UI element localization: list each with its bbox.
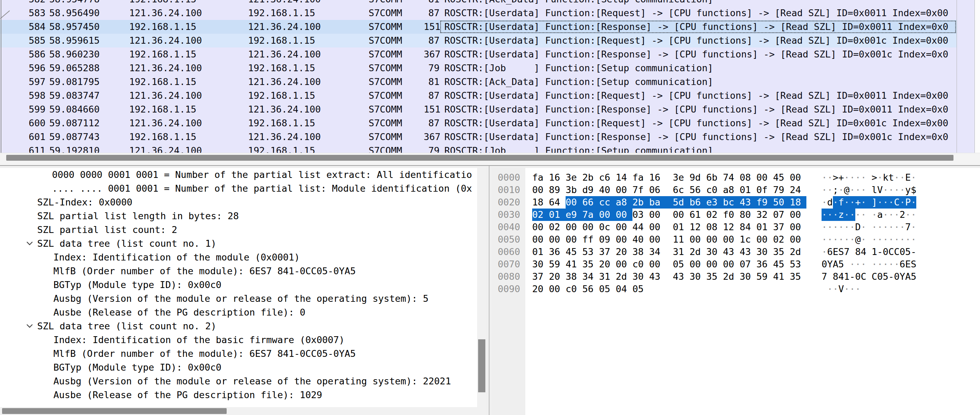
ascii-char[interactable]: · xyxy=(833,196,838,209)
ascii-char[interactable]: · xyxy=(861,171,872,184)
hex-byte[interactable]: 43 xyxy=(649,271,673,283)
ascii-char[interactable]: z xyxy=(838,209,844,221)
hex-byte[interactable]: 0f xyxy=(756,184,773,196)
ascii-char[interactable]: t xyxy=(888,171,894,184)
hex-byte[interactable]: 37 xyxy=(599,246,616,258)
detail-line[interactable]: Ausbe (Release of the PG description fil… xyxy=(0,306,477,319)
hex-byte[interactable]: 18 xyxy=(790,196,807,209)
hex-byte[interactable]: 34 xyxy=(649,246,673,258)
hex-byte[interactable]: ff xyxy=(582,233,599,246)
detail-line[interactable]: Index: Identification of the basic firmw… xyxy=(0,333,477,347)
ascii-char[interactable]: · xyxy=(855,184,861,196)
ascii-char[interactable]: > xyxy=(833,171,838,184)
ascii-char[interactable]: · xyxy=(899,221,905,233)
hex-byte[interactable]: 00 xyxy=(673,209,690,221)
hex-byte[interactable]: 00 xyxy=(790,171,807,184)
ascii-char[interactable]: V xyxy=(877,184,883,196)
hex-byte[interactable]: 35 xyxy=(773,246,790,258)
hex-byte[interactable]: 35 xyxy=(706,271,723,283)
hex-byte[interactable]: 00 xyxy=(532,221,549,233)
detail-hscrollbar-track[interactable] xyxy=(0,407,486,415)
ascii-char[interactable] xyxy=(827,271,832,283)
ascii-char[interactable]: 6 xyxy=(899,258,905,271)
hex-byte[interactable]: 02 xyxy=(773,233,790,246)
ascii-char[interactable]: P xyxy=(905,196,911,209)
ascii-char[interactable]: · xyxy=(872,221,877,233)
hex-byte[interactable]: 35 xyxy=(582,258,599,271)
ascii-char[interactable]: 0 xyxy=(877,271,883,283)
hex-byte[interactable]: 00 xyxy=(723,258,740,271)
ascii-char[interactable]: V xyxy=(838,283,844,295)
hex-byte[interactable]: 74 xyxy=(723,171,740,184)
hex-byte[interactable]: 30 xyxy=(756,246,773,258)
hex-byte[interactable]: 79 xyxy=(773,184,790,196)
ascii-char[interactable]: · xyxy=(861,196,872,209)
hex-byte[interactable]: 24 xyxy=(790,184,807,196)
ascii-char[interactable]: · xyxy=(855,258,861,271)
ascii-char[interactable]: · xyxy=(861,233,872,246)
ascii-char[interactable]: · xyxy=(855,171,861,184)
hex-byte[interactable]: 37 xyxy=(532,271,549,283)
hex-byte[interactable]: fa xyxy=(632,171,649,184)
hex-byte[interactable]: 30 xyxy=(532,258,549,271)
detail-line[interactable]: Ausbe (Release of the PG description fil… xyxy=(0,388,477,402)
ascii-char[interactable]: 0 xyxy=(883,246,888,258)
packet-row[interactable]: 58458.957450192.168.1.15121.36.24.100S7C… xyxy=(0,20,956,34)
ascii-char[interactable]: y xyxy=(905,184,911,196)
hex-byte[interactable]: 3b xyxy=(566,184,582,196)
hex-byte[interactable]: 00 xyxy=(790,209,807,221)
ascii-char[interactable] xyxy=(850,246,855,258)
hex-byte[interactable]: 00 xyxy=(549,233,566,246)
ascii-char[interactable]: 7 xyxy=(905,221,911,233)
hex-byte[interactable]: 5d xyxy=(673,196,690,209)
ascii-char[interactable]: 4 xyxy=(861,246,872,258)
ascii-char[interactable]: · xyxy=(850,233,855,246)
ascii-char[interactable]: · xyxy=(894,221,899,233)
detail-line[interactable]: SZL data tree (list count no. 1) xyxy=(0,237,477,250)
ascii-char[interactable]: A xyxy=(833,258,838,271)
ascii-char[interactable]: 0 xyxy=(894,271,899,283)
ascii-char[interactable]: 5 xyxy=(883,271,888,283)
hex-byte[interactable]: 05 xyxy=(599,283,616,295)
ascii-char[interactable]: S xyxy=(838,246,844,258)
hex-byte[interactable]: 01 xyxy=(673,221,690,233)
hex-byte[interactable]: 7a xyxy=(582,209,599,221)
ascii-char[interactable]: · xyxy=(821,233,827,246)
ascii-char[interactable]: 2 xyxy=(899,209,905,221)
ascii-char[interactable]: · xyxy=(888,209,894,221)
ascii-char[interactable]: · xyxy=(899,184,905,196)
ascii-char[interactable]: · xyxy=(821,171,827,184)
ascii-char[interactable]: 0 xyxy=(855,271,861,283)
hex-byte[interactable]: 07 xyxy=(773,209,790,221)
hex-byte[interactable]: fa xyxy=(532,171,549,184)
hex-byte[interactable]: 20 xyxy=(532,283,549,295)
hex-byte[interactable]: 01 xyxy=(549,209,566,221)
ascii-char[interactable]: · xyxy=(844,221,850,233)
hex-byte[interactable]: 6c xyxy=(673,184,690,196)
hex-byte[interactable]: 3e xyxy=(566,171,582,184)
hex-byte[interactable]: c0 xyxy=(566,283,582,295)
ascii-char[interactable]: · xyxy=(827,209,832,221)
hex-byte[interactable]: f9 xyxy=(756,196,773,209)
hex-byte[interactable]: 43 xyxy=(673,271,690,283)
hex-byte[interactable]: 00 xyxy=(756,171,773,184)
detail-line[interactable]: .... .... 0001 0001 = Number of the part… xyxy=(0,182,477,195)
ascii-char[interactable]: > xyxy=(872,171,877,184)
ascii-char[interactable]: C xyxy=(888,246,894,258)
hex-byte[interactable]: e3 xyxy=(706,196,723,209)
ascii-char[interactable]: C xyxy=(872,271,877,283)
detail-line[interactable]: SZL data tree (list count no. 2) xyxy=(0,319,477,333)
hex-byte[interactable]: 12 xyxy=(723,221,740,233)
ascii-char[interactable]: · xyxy=(899,171,905,184)
ascii-char[interactable]: · xyxy=(911,233,916,246)
hex-byte[interactable]: 06 xyxy=(649,184,673,196)
ascii-char[interactable]: 5 xyxy=(911,271,916,283)
ascii-char[interactable]: · xyxy=(838,221,844,233)
ascii-char[interactable]: · xyxy=(883,209,888,221)
packet-row[interactable]: 59759.081795192.168.1.15121.36.24.100S7C… xyxy=(0,75,956,89)
ascii-char[interactable]: l xyxy=(872,184,877,196)
hex-byte[interactable]: a8 xyxy=(723,184,740,196)
ascii-char[interactable]: C xyxy=(894,196,899,209)
hex-byte[interactable]: 7f xyxy=(632,184,649,196)
ascii-char[interactable]: + xyxy=(838,171,844,184)
